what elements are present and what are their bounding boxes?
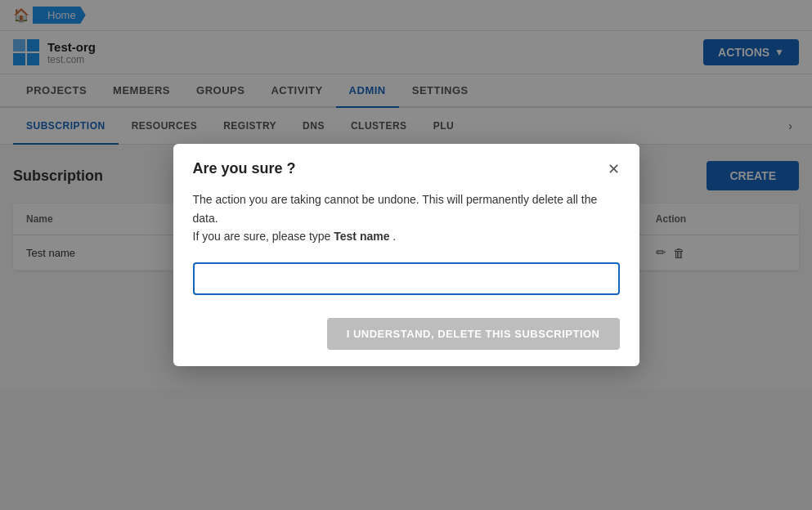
dialog-title: Are you sure ? [193,160,296,177]
modal-overlay: Are you sure ? ✕ The action you are taki… [0,0,812,510]
confirm-dialog: Are you sure ? ✕ The action you are taki… [173,144,639,365]
confirm-suffix: . [389,230,396,243]
dialog-footer: I UNDERSTAND, DELETE THIS SUBSCRIPTION [173,308,639,366]
dialog-body: The action you are taking cannot be undo… [173,187,639,307]
dialog-confirm-text: If you are sure, please type Test name . [193,227,620,245]
dialog-warning-text: The action you are taking cannot be undo… [193,190,620,227]
confirm-input[interactable] [193,262,620,295]
confirm-name: Test name [334,230,389,243]
close-button[interactable]: ✕ [608,162,620,177]
delete-button[interactable]: I UNDERSTAND, DELETE THIS SUBSCRIPTION [327,318,620,350]
dialog-header: Are you sure ? ✕ [173,144,639,187]
confirm-prefix: If you are sure, please type [193,230,334,243]
